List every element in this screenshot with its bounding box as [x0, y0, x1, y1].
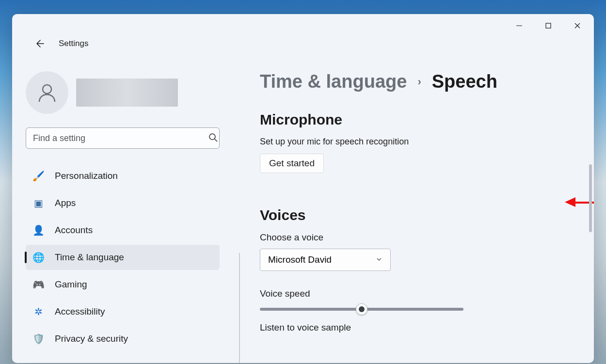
sidebar-item-personalization[interactable]: 🖌️ Personalization	[26, 163, 220, 189]
voice-select[interactable]: Microsoft David	[260, 249, 391, 271]
sidebar-item-label: Accounts	[55, 225, 93, 236]
sidebar-item-accounts[interactable]: 👤 Accounts	[26, 218, 220, 243]
sidebar-item-gaming[interactable]: 🎮 Gaming	[26, 272, 220, 297]
paintbrush-icon: 🖌️	[32, 170, 44, 182]
content: 🖌️ Personalization ▣ Apps 👤 Accounts 🌐 T…	[12, 37, 594, 363]
voice-speed-slider[interactable]	[260, 308, 463, 311]
voice-speed-label: Voice speed	[260, 288, 574, 299]
chevron-down-icon	[376, 254, 383, 265]
slider-thumb[interactable]	[356, 303, 367, 315]
microphone-desc: Set up your mic for speech recognition	[260, 137, 574, 147]
microphone-heading: Microphone	[260, 111, 574, 128]
globe-clock-icon: 🌐	[32, 252, 44, 263]
page-title: Speech	[432, 71, 497, 92]
sidebar: 🖌️ Personalization ▣ Apps 👤 Accounts 🌐 T…	[12, 37, 242, 363]
close-button[interactable]	[563, 14, 592, 37]
search-input[interactable]	[26, 127, 220, 149]
gamepad-icon: 🎮	[32, 279, 44, 290]
sidebar-item-label: Apps	[55, 198, 76, 208]
search-icon	[208, 133, 218, 144]
svg-line-6	[215, 139, 217, 142]
sidebar-item-apps[interactable]: ▣ Apps	[26, 190, 220, 216]
voice-select-value: Microsoft David	[268, 254, 332, 265]
divider	[239, 253, 240, 363]
person-icon	[36, 81, 58, 104]
avatar	[26, 71, 68, 114]
sidebar-item-privacy[interactable]: 🛡️ Privacy & security	[26, 326, 220, 351]
svg-rect-1	[546, 23, 551, 28]
choose-voice-label: Choose a voice	[260, 232, 574, 243]
minimize-icon	[516, 22, 523, 29]
sidebar-item-label: Accessibility	[55, 306, 105, 317]
profile-block[interactable]	[26, 71, 231, 114]
sidebar-item-label: Time & language	[55, 252, 124, 263]
minimize-button[interactable]	[505, 14, 534, 37]
sidebar-item-label: Gaming	[55, 279, 87, 290]
sidebar-item-label: Privacy & security	[55, 333, 128, 344]
breadcrumb: Time & language › Speech	[260, 71, 574, 92]
account-icon: 👤	[32, 224, 44, 236]
nav: 🖌️ Personalization ▣ Apps 👤 Accounts 🌐 T…	[26, 163, 220, 351]
chevron-right-icon: ›	[417, 76, 421, 88]
maximize-icon	[545, 22, 552, 29]
get-started-button[interactable]: Get started	[260, 154, 324, 173]
settings-window: Settings 🖌️	[12, 14, 594, 363]
user-name-redacted	[76, 79, 178, 107]
svg-point-5	[209, 134, 215, 140]
titlebar	[12, 14, 594, 37]
maximize-button[interactable]	[534, 14, 563, 37]
voices-section: Voices Choose a voice Microsoft David Vo…	[260, 207, 574, 333]
scrollbar[interactable]	[589, 164, 592, 232]
apps-icon: ▣	[32, 197, 44, 209]
voices-heading: Voices	[260, 207, 574, 223]
main-panel: Time & language › Speech Microphone Set …	[242, 37, 594, 363]
accessibility-icon: ✲	[32, 306, 44, 317]
sidebar-item-time-language[interactable]: 🌐 Time & language	[26, 245, 220, 270]
close-icon	[574, 22, 581, 29]
voice-sample-label: Listen to voice sample	[260, 322, 574, 333]
svg-point-4	[43, 85, 51, 94]
sidebar-item-label: Personalization	[55, 171, 118, 181]
search-wrap	[26, 127, 231, 149]
shield-icon: 🛡️	[32, 333, 44, 345]
sidebar-item-accessibility[interactable]: ✲ Accessibility	[26, 299, 220, 324]
breadcrumb-parent[interactable]: Time & language	[260, 71, 407, 92]
